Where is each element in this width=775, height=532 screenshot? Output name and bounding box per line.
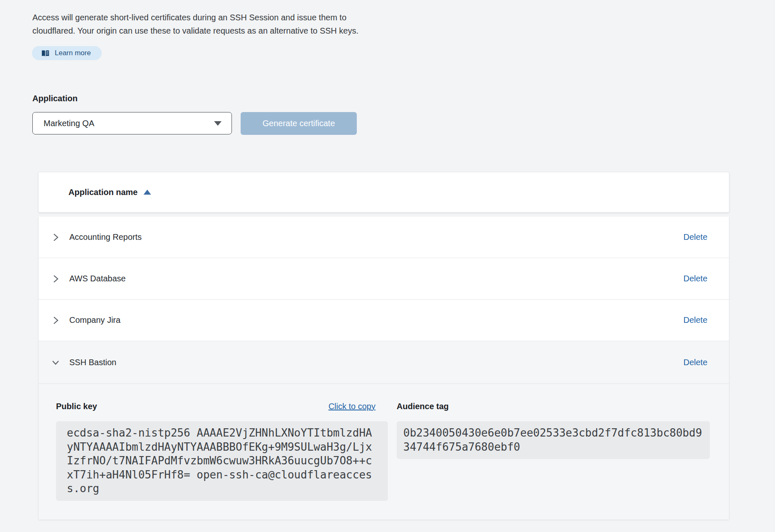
click-to-copy-link[interactable]: Click to copy [329,400,375,412]
application-select[interactable]: Marketing QA [32,112,232,134]
application-name: Company Jira [69,315,120,325]
application-select-value: Marketing QA [44,119,94,128]
audience-tag-label: Audience tag [397,400,449,412]
audience-tag-value[interactable]: 0b2340050430e6e0b7ee02533e3cbd2f7dfc813b… [397,421,710,459]
application-name: SSH Bastion [69,358,116,367]
table-row: Company Jira Delete [39,300,729,341]
sort-ascending-icon[interactable] [144,190,151,195]
column-header-application-name[interactable]: Application name [68,188,138,197]
application-name: Accounting Reports [69,232,142,242]
applications-table: Accounting Reports Delete AWS Database D… [38,217,729,520]
delete-button[interactable]: Delete [683,315,707,325]
chevron-down-icon[interactable] [50,357,61,368]
table-header: Application name [38,172,729,212]
learn-more-button[interactable]: Learn more [32,46,102,60]
table-row: AWS Database Delete [39,258,729,300]
select-caret-icon [214,121,222,126]
delete-button[interactable]: Delete [683,274,707,283]
certificate-details-panel: Public key Click to copy ecdsa-sha2-nist… [39,384,729,520]
table-row-expanded: SSH Bastion Delete [39,341,729,384]
chevron-right-icon[interactable] [50,232,61,243]
table-row: Accounting Reports Delete [39,217,729,258]
page-description: Access will generate short-lived certifi… [32,11,376,37]
learn-more-label: Learn more [55,49,91,57]
book-icon [41,49,50,57]
chevron-right-icon[interactable] [50,315,61,326]
generate-certificate-button[interactable]: Generate certificate [241,112,357,135]
delete-button[interactable]: Delete [683,358,707,367]
application-label: Application [32,94,78,103]
expanded-row-group: SSH Bastion Delete Public key Click to c… [39,341,729,520]
application-name: AWS Database [69,274,126,283]
public-key-value[interactable]: ecdsa-sha2-nistp256 AAAAE2VjZHNhLXNoYTIt… [56,421,388,501]
public-key-label: Public key [56,400,97,412]
chevron-right-icon[interactable] [50,273,61,284]
delete-button[interactable]: Delete [683,232,707,242]
